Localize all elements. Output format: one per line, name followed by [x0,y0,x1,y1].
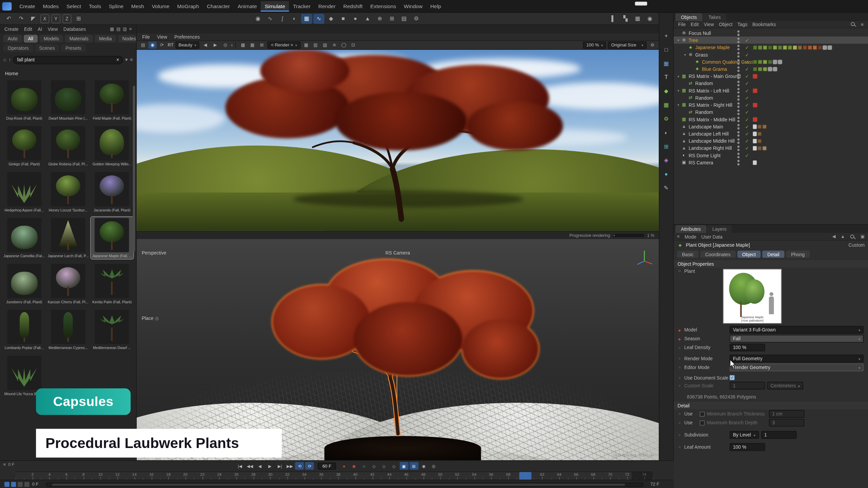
asset-japanese-maple-fall[interactable]: Japanese Maple (Fall, ... [91,217,133,259]
vp-menu-preferences[interactable]: Preferences [174,34,200,39]
camera-label[interactable]: RS Camera [386,250,410,256]
enable-check-icon[interactable]: ✓ [745,59,749,64]
list-view-icon[interactable]: ▤ [116,26,120,32]
enable-check-icon[interactable]: ✓ [745,95,749,100]
ab-menu-view[interactable]: View [48,26,58,32]
primitive-icon[interactable]: ● [662,170,671,178]
enable-check-icon[interactable]: ✓ [745,145,749,151]
filter-tab-media[interactable]: Media [95,35,116,43]
enable-check-icon[interactable]: ✓ [745,81,749,86]
ab-menu-databases[interactable]: Databases [63,26,86,32]
render-settings-gear-icon[interactable]: ⚙ [648,41,656,48]
render-pass-selector[interactable]: Beauty▾ [175,41,200,48]
marker-b-button[interactable] [24,482,29,487]
visibility-dots[interactable] [736,124,741,129]
cache-icon[interactable]: ▤ [399,14,410,23]
om-item-blue-grama[interactable]: ♣Blue Grama✓ [674,65,868,73]
custom-scale-field[interactable]: 1 [730,382,765,390]
material-tag-icon[interactable] [762,146,767,150]
asset-kentia-palm-fall-plant[interactable]: Kentia Palm (Fall, Plant) [91,263,133,305]
layout-grid-icon[interactable]: ▦ [632,14,643,23]
material-tag-icon[interactable] [753,60,757,64]
play-mode-button[interactable]: ⟳ [305,462,314,470]
current-frame-field[interactable]: 60 F [318,462,336,469]
om-item-common-quaking-grass[interactable]: ♣Common Quaking Grass✓ [674,58,868,65]
visibility-dots[interactable] [736,160,741,165]
subdivision-mode-dropdown[interactable]: By Level▾ [730,431,759,439]
workplane-icon[interactable]: □ [662,45,671,54]
collider-icon[interactable]: ◆ [326,14,337,23]
material-tag-icon[interactable] [798,45,802,49]
om-item-rs-matrix-left-hill[interactable]: ▾▦RS Matrix - Left Hill✓ [674,87,868,94]
axis-y-button[interactable]: Y [52,14,60,23]
min-branch-checkbox[interactable] [700,411,705,416]
marker-a-button[interactable] [18,482,23,487]
om-item-focus-null[interactable]: ⊕Focus Null [674,29,868,37]
material-tag-icon[interactable] [757,146,762,150]
enable-check-icon[interactable]: ✓ [745,44,749,50]
enable-check-icon[interactable]: ✓ [745,124,749,129]
max-branch-checkbox[interactable] [700,420,705,425]
object-tag-icon[interactable] [823,45,827,49]
region-icon[interactable]: ⊡ [349,41,357,48]
snapshot-grid-icon[interactable]: ▦ [302,41,310,48]
matrix-object-icon[interactable]: ▦ [662,101,671,109]
menu-create[interactable]: Create [16,1,39,11]
texture-tag-icon[interactable] [753,160,756,165]
om-item-landscape-left-hill[interactable]: ▲Landscape Left Hill✓ [674,130,868,137]
material-tag-icon[interactable] [778,45,782,49]
layout-indicator[interactable] [635,2,647,5]
browser-options-icon[interactable]: ≡ [130,57,133,62]
object-tag-icon[interactable] [768,67,772,71]
rotation-key-button[interactable]: ◇ [390,462,398,470]
vp-menu-view[interactable]: View [157,34,167,39]
playhead[interactable] [519,472,531,480]
menu-mesh[interactable]: Mesh [127,1,148,11]
min-branch-field[interactable]: 1 cm [769,410,804,418]
history-up-icon[interactable]: ▲ [841,234,845,239]
om-item-rs-matrix-middle-hill[interactable]: ▦RS Matrix - Middle Hill✓ [674,116,868,123]
sound-button[interactable]: ◉ [419,462,428,470]
menu-select[interactable]: Select [63,1,85,11]
om-tab-objects[interactable]: Objects [675,13,703,21]
om-item-random[interactable]: ⇄Random✓ [674,108,868,116]
clear-search-icon[interactable]: × [116,57,119,62]
plant-preview-image[interactable]: Japanese Maple (Acer palmatum) [723,269,782,324]
vp-menu-file[interactable]: File [142,34,150,39]
prev-key-button[interactable]: ◀◀ [245,462,254,470]
material-tag-icon[interactable] [762,124,767,129]
asset-dwarf-mountain-pine[interactable]: Dwarf Mountain Pine (... [47,79,90,121]
enable-check-icon[interactable]: ✓ [745,102,749,107]
browser-menu-icon[interactable]: ≡ [129,26,132,32]
render-viewport[interactable] [137,50,659,231]
visibility-dots[interactable] [736,152,741,158]
grid-overlay-icon[interactable]: ▦ [248,41,256,48]
visibility-dots[interactable] [736,30,741,36]
material-tag-icon[interactable] [763,67,767,71]
visibility-dots[interactable] [736,52,741,57]
filter-tab-all[interactable]: All [23,35,38,43]
filter-tab-materials[interactable]: Materials [65,35,93,43]
om-item-rs-camera[interactable]: ▣RS Camera [674,159,868,166]
om-item-japanese-maple[interactable]: ♣Japanese Maple✓ [674,44,868,51]
matrix-tag-icon[interactable] [753,88,757,93]
menu-tracker[interactable]: Tracker [289,1,314,11]
size-selector[interactable]: Original Size▾ [608,41,647,48]
next-pass-icon[interactable]: ▶ [211,41,219,48]
axis-z-button[interactable]: Z [62,14,71,23]
material-tag-icon[interactable] [773,45,777,49]
subdivision-level-field[interactable]: 1 [761,431,796,439]
filter-tab-models[interactable]: Models [39,35,63,43]
asset-hedgehog-agave-fall[interactable]: Hedgehog Agave (Fall... [3,171,45,213]
material-tag-icon[interactable] [757,131,762,136]
render-settings-selector[interactable]: < Render >▾ [268,41,300,48]
axis-x-button[interactable]: X [40,14,49,23]
dither-icon[interactable]: ▩ [239,41,247,48]
om-item-grass[interactable]: ▾⊕Grass✓ [674,51,868,58]
pyro-icon[interactable]: ▲ [362,14,373,23]
attr-tab-layers[interactable]: Layers [707,225,732,233]
expander-icon[interactable]: ▾ [676,74,681,78]
menu-window[interactable]: Window [400,1,427,11]
material-tag-icon[interactable] [783,45,787,49]
visibility-dots[interactable] [736,81,741,86]
